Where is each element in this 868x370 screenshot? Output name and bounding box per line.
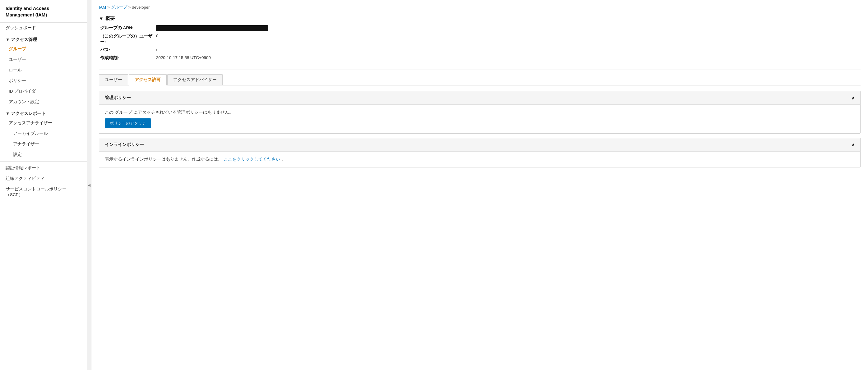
summary-value-arn xyxy=(156,25,861,31)
inline-policy-title: インラインポリシー xyxy=(105,142,144,147)
summary-label-arn: グループの ARN: xyxy=(100,25,156,31)
tabs-container: ユーザー アクセス許可 アクセスアドバイザー xyxy=(91,74,868,86)
summary-value-path: / xyxy=(156,47,861,53)
inline-policy-body: 表示するインラインポリシーはありません。作成するには、 ここをクリックしてくださ… xyxy=(99,151,860,167)
sidebar: Identity and AccessManagement (IAM) ダッシュ… xyxy=(0,0,87,370)
tab-content-access: 管理ポリシー この グループ にアタッチされている管理ポリシーはありません。 ポ… xyxy=(91,86,868,177)
attach-policy-button[interactable]: ポリシーのアタッチ xyxy=(105,119,151,128)
sidebar-item-settings[interactable]: 設定 xyxy=(0,149,87,160)
managed-policy-empty-text: この グループ にアタッチされている管理ポリシーはありません。 xyxy=(105,110,855,115)
sidebar-item-org-activity[interactable]: 組織アクティビティ xyxy=(0,173,87,184)
breadcrumb: IAM > グループ > developer xyxy=(91,0,868,13)
sidebar-item-id-providers[interactable]: ID プロバイダー xyxy=(0,86,87,97)
sidebar-section-access-reports: ▼ アクセスレポート xyxy=(0,107,87,118)
sidebar-item-archive-rules[interactable]: アーカイブルール xyxy=(0,128,87,139)
sidebar-item-scp[interactable]: サービスコントロールポリシー（SCP） xyxy=(0,184,87,200)
managed-policy-body: この グループ にアタッチされている管理ポリシーはありません。 ポリシーのアタッ… xyxy=(99,104,860,133)
managed-policy-chevron-icon xyxy=(851,95,855,100)
summary-value-created: 2020-10-17 15:58 UTC+0900 xyxy=(156,55,861,61)
breadcrumb-sep2: > xyxy=(128,5,131,10)
summary-label-created: 作成時刻: xyxy=(100,55,156,61)
inline-policy-chevron-icon xyxy=(851,142,855,147)
inline-policy-empty-before: 表示するインラインポリシーはありません。作成するには、 xyxy=(105,157,222,162)
main-content: IAM > グループ > developer ▼ 概要 グループの ARN: （… xyxy=(91,0,868,370)
sidebar-item-dashboard[interactable]: ダッシュボード xyxy=(0,23,87,33)
inline-policy-accordion: インラインポリシー 表示するインラインポリシーはありません。作成するには、 ここ… xyxy=(99,138,861,167)
sidebar-item-roles[interactable]: ロール xyxy=(0,65,87,75)
sidebar-item-analyzer[interactable]: アナライザー xyxy=(0,139,87,149)
sidebar-toggle[interactable]: ◀ xyxy=(87,0,91,370)
summary-header[interactable]: ▼ 概要 xyxy=(99,15,861,22)
tabs: ユーザー アクセス許可 アクセスアドバイザー xyxy=(99,74,861,86)
section-divider xyxy=(99,70,861,70)
breadcrumb-sep1: > xyxy=(107,5,110,10)
chevron-down-icon: ▼ xyxy=(99,16,103,21)
sidebar-section-access-mgmt: ▼ アクセス管理 xyxy=(0,33,87,44)
sidebar-item-access-analyzer[interactable]: アクセスアナライザー xyxy=(0,118,87,128)
sidebar-item-auth-report[interactable]: 認証情報レポート xyxy=(0,163,87,173)
inline-policy-create-link[interactable]: ここをクリックしてください xyxy=(223,157,280,162)
sidebar-item-account-settings[interactable]: アカウント設定 xyxy=(0,97,87,107)
summary-section: ▼ 概要 グループの ARN: （このグループの）ユーザー: 0 パス: / 作… xyxy=(91,13,868,65)
arn-redacted xyxy=(156,25,268,31)
managed-policy-title: 管理ポリシー xyxy=(105,95,131,101)
tab-advisor[interactable]: アクセスアドバイザー xyxy=(167,74,223,85)
inline-policy-empty-after: 。 xyxy=(281,157,286,162)
summary-header-label: 概要 xyxy=(105,15,115,22)
inline-policy-header[interactable]: インラインポリシー xyxy=(99,138,860,151)
tab-users[interactable]: ユーザー xyxy=(99,74,128,85)
summary-value-users: 0 xyxy=(156,34,861,45)
managed-policy-header[interactable]: 管理ポリシー xyxy=(99,91,860,104)
sidebar-item-users[interactable]: ユーザー xyxy=(0,54,87,65)
sidebar-title: Identity and AccessManagement (IAM) xyxy=(0,0,87,23)
managed-policy-accordion: 管理ポリシー この グループ にアタッチされている管理ポリシーはありません。 ポ… xyxy=(99,91,861,134)
summary-label-path: パス: xyxy=(100,47,156,53)
breadcrumb-current: developer xyxy=(132,5,150,10)
summary-label-users: （このグループの）ユーザー: xyxy=(100,34,156,45)
sidebar-item-groups[interactable]: グループ xyxy=(0,44,87,54)
breadcrumb-groups[interactable]: グループ xyxy=(111,4,127,10)
sidebar-divider xyxy=(0,161,87,162)
summary-table: グループの ARN: （このグループの）ユーザー: 0 パス: / 作成時刻: … xyxy=(99,25,861,61)
chevron-left-icon: ◀ xyxy=(88,183,90,187)
breadcrumb-iam[interactable]: IAM xyxy=(99,5,106,10)
sidebar-item-policies[interactable]: ポリシー xyxy=(0,75,87,86)
tab-access[interactable]: アクセス許可 xyxy=(129,74,167,86)
